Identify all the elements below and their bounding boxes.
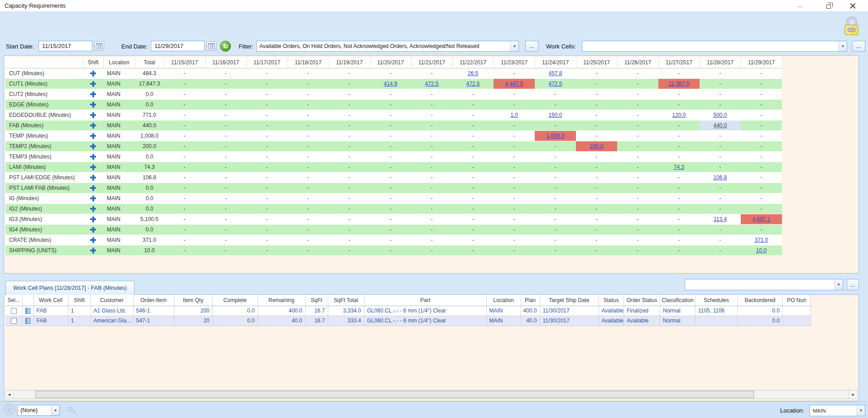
plans-browse-button[interactable]: ... xyxy=(847,279,859,290)
expand-shift-icon[interactable] xyxy=(90,206,96,212)
start-date-input[interactable]: 11/15/2017 xyxy=(38,41,92,51)
date-column-header[interactable]: 11/27/2017 xyxy=(658,57,700,68)
plan-detail-icon[interactable] xyxy=(25,318,30,324)
date-column-header[interactable]: 11/29/2017 xyxy=(741,57,782,68)
plans-column-header[interactable]: Item Qty xyxy=(174,295,212,306)
capacity-value-link[interactable]: 10.0 xyxy=(756,247,767,254)
dropdown-arrow-icon[interactable]: ▼ xyxy=(510,41,518,51)
plans-column-header[interactable]: Order Status xyxy=(623,295,660,306)
plans-filter-combo[interactable]: ▼ xyxy=(685,279,843,290)
plans-column-header[interactable]: Customer xyxy=(91,295,133,306)
date-column-header[interactable]: 11/16/2017 xyxy=(205,57,246,68)
capacity-value-link[interactable]: 500.0 xyxy=(713,112,727,118)
plans-column-header[interactable]: Status xyxy=(599,295,623,306)
date-column-header[interactable]: 11/15/2017 xyxy=(164,57,205,68)
plans-column-header[interactable]: Target Ship Date xyxy=(540,295,599,306)
filter-combo[interactable]: Available Orders, On Hold Orders, Not Ac… xyxy=(256,41,519,52)
capacity-value-link[interactable]: 371.0 xyxy=(754,237,768,243)
expand-shift-icon[interactable] xyxy=(90,102,96,108)
column-header[interactable]: Shift xyxy=(83,57,103,68)
filter-browse-button[interactable]: ... xyxy=(525,41,538,52)
capacity-value-link[interactable]: 120.0 xyxy=(672,112,686,118)
select-checkbox[interactable] xyxy=(11,318,17,324)
date-column-header[interactable]: 11/25/2017 xyxy=(576,57,617,68)
work-cells-combo[interactable]: ▼ xyxy=(582,41,847,52)
expand-shift-icon[interactable] xyxy=(90,81,96,87)
expand-shift-icon[interactable] xyxy=(90,91,96,97)
horizontal-scrollbar[interactable]: ◄ ► xyxy=(5,390,858,399)
minimize-button[interactable] xyxy=(792,0,808,12)
expand-shift-icon[interactable] xyxy=(90,175,96,181)
plans-column-header[interactable]: Remaining xyxy=(258,295,305,306)
plans-column-header[interactable]: Work Cell xyxy=(34,295,68,306)
expand-shift-icon[interactable] xyxy=(90,112,96,118)
expand-shift-icon[interactable] xyxy=(90,237,96,243)
refresh-button[interactable]: ↻ xyxy=(220,41,231,52)
date-column-header[interactable]: 11/26/2017 xyxy=(617,57,658,68)
plans-column-header[interactable]: Sel... xyxy=(5,295,22,306)
plans-column-header[interactable]: Complete xyxy=(212,295,258,306)
date-column-header[interactable]: 11/17/2017 xyxy=(246,57,288,68)
plans-column-header[interactable]: Location xyxy=(486,295,521,306)
end-date-input[interactable]: 11/29/2017 xyxy=(151,41,205,51)
capacity-value-link[interactable]: 414.9 xyxy=(384,81,397,87)
capacity-value-link[interactable]: 1.0 xyxy=(510,112,518,118)
date-column-header[interactable]: 11/21/2017 xyxy=(411,57,452,68)
expand-shift-icon[interactable] xyxy=(90,216,96,222)
expand-shift-icon[interactable] xyxy=(90,248,96,254)
dropdown-arrow-icon[interactable]: ▼ xyxy=(51,405,59,415)
plans-column-header[interactable]: Shift xyxy=(68,295,91,306)
date-column-header[interactable]: 11/24/2017 xyxy=(535,57,576,68)
capacity-value-link[interactable]: 113.4 xyxy=(714,216,727,222)
plans-column-header[interactable] xyxy=(22,295,34,306)
expand-shift-icon[interactable] xyxy=(90,185,96,191)
plans-column-header[interactable]: PO Nun xyxy=(782,295,810,306)
column-header[interactable]: Location xyxy=(103,57,135,68)
plans-column-header[interactable]: Plan xyxy=(521,295,540,306)
scrollbar-thumb[interactable] xyxy=(35,391,754,398)
expand-shift-icon[interactable] xyxy=(90,164,96,170)
dropdown-arrow-icon[interactable]: ▼ xyxy=(857,405,865,416)
capacity-value-link[interactable]: 472.5 xyxy=(425,81,438,87)
start-date-calendar-button[interactable]: 15 xyxy=(94,41,104,51)
select-checkbox[interactable] xyxy=(11,308,17,314)
end-date-calendar-button[interactable]: 15 xyxy=(206,41,216,51)
capacity-value-link[interactable]: 440.0 xyxy=(713,122,727,129)
capacity-value-link[interactable]: 26.5 xyxy=(468,70,478,77)
date-column-header[interactable]: 11/23/2017 xyxy=(494,57,535,68)
plans-column-header[interactable]: Classification xyxy=(660,295,695,306)
date-column-header[interactable]: 11/19/2017 xyxy=(329,57,370,68)
plans-column-header[interactable]: SqFt Total xyxy=(328,295,364,306)
date-column-header[interactable]: 11/22/2017 xyxy=(452,57,494,68)
capacity-value-link[interactable]: 106.8 xyxy=(713,174,727,181)
scroll-right-icon[interactable]: ► xyxy=(849,390,857,399)
date-column-header[interactable]: 11/18/2017 xyxy=(288,57,329,68)
back-button[interactable]: ‹ xyxy=(4,404,15,415)
capacity-value-link[interactable]: 74.3 xyxy=(674,164,684,170)
expand-shift-icon[interactable] xyxy=(90,227,96,233)
capacity-value-link[interactable]: 4,447.5 xyxy=(505,81,523,87)
capacity-value-link[interactable]: 200.0 xyxy=(590,143,603,149)
preset-combo[interactable]: {None} ▼ xyxy=(17,405,60,416)
expand-shift-icon[interactable] xyxy=(90,196,96,202)
capacity-value-link[interactable]: 472.5 xyxy=(548,81,562,87)
dropdown-arrow-icon[interactable]: ▼ xyxy=(834,279,843,290)
capacity-value-link[interactable]: 1,008.0 xyxy=(546,133,564,139)
close-button[interactable] xyxy=(845,0,860,12)
plans-column-header[interactable]: Order-Item xyxy=(133,295,174,306)
plans-column-header[interactable]: SqFt xyxy=(305,295,328,306)
plans-column-header[interactable]: Schedules xyxy=(695,295,737,306)
expand-shift-icon[interactable] xyxy=(90,71,96,77)
expand-shift-icon[interactable] xyxy=(90,144,96,149)
expand-shift-icon[interactable] xyxy=(90,123,96,129)
restore-button[interactable] xyxy=(820,0,836,12)
plans-column-header[interactable]: Part xyxy=(364,295,486,306)
date-column-header[interactable]: 11/28/2017 xyxy=(700,57,741,68)
capacity-value-link[interactable]: 11,367.5 xyxy=(669,81,690,87)
expand-shift-icon[interactable] xyxy=(90,133,96,139)
tab-work-cell-plans[interactable]: Work Cell Plans [11/28/2017] - FAB (Minu… xyxy=(5,281,134,295)
capacity-value-link[interactable]: 472.5 xyxy=(466,81,480,87)
plans-column-header[interactable]: Backordered xyxy=(737,295,782,306)
expand-shift-icon[interactable] xyxy=(90,154,96,160)
plan-detail-icon[interactable] xyxy=(25,308,30,314)
